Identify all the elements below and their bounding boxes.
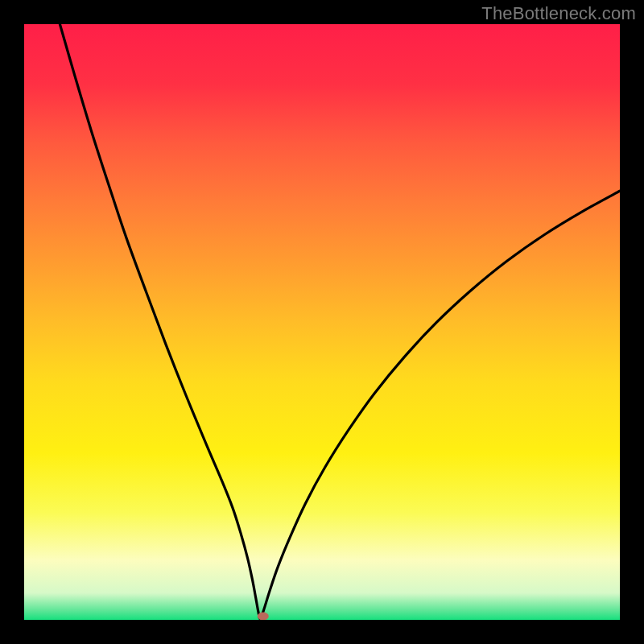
minimum-marker	[258, 613, 269, 621]
chart-container: TheBottleneck.com	[0, 0, 644, 644]
chart-background-gradient	[24, 24, 620, 620]
bottleneck-chart	[0, 0, 644, 644]
watermark-text: TheBottleneck.com	[481, 3, 636, 24]
